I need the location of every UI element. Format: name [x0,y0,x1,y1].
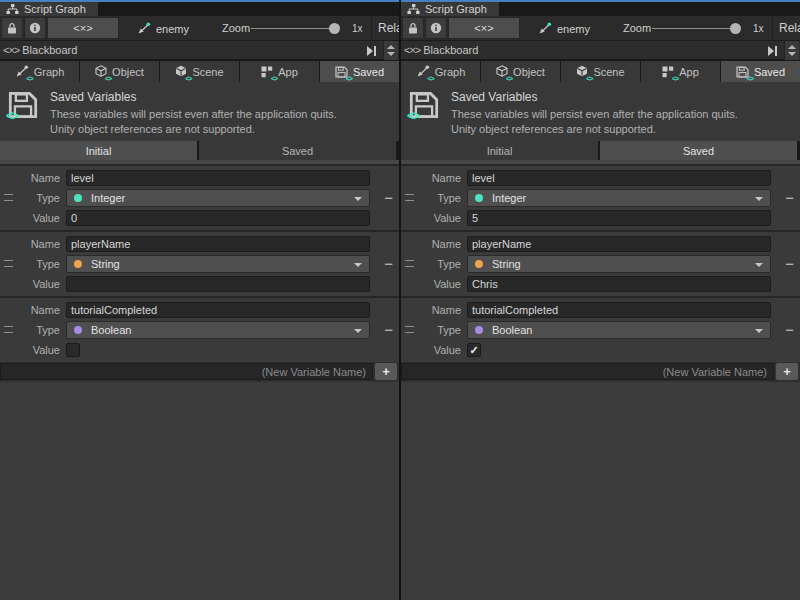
type-dropdown[interactable]: Boolean [467,321,771,339]
drag-handle-icon[interactable] [4,326,13,333]
tab-object[interactable]: <> Object [481,61,560,82]
tab-saved-values[interactable]: Saved [600,141,797,160]
type-dropdown[interactable]: Integer [66,189,370,207]
info-button[interactable] [24,17,46,39]
state-tabs: Initial Saved [0,141,399,160]
lock-button[interactable] [1,17,23,39]
remove-variable-button[interactable]: − [785,191,794,205]
object-cube-icon: <> [95,65,107,78]
value-checkbox[interactable]: ✓ [467,343,481,357]
new-variable-input[interactable] [0,363,373,380]
scroll-buttons[interactable] [784,41,799,60]
tab-scene[interactable]: <> Scene [561,61,640,82]
tab-app[interactable]: <> App [641,61,720,82]
type-dropdown[interactable]: Boolean [66,321,370,339]
tab-script-graph[interactable]: Script Graph [0,2,98,16]
graph-breadcrumb[interactable]: enemy [538,16,590,41]
section-title: Saved Variables [50,90,337,104]
remove-variable-button[interactable]: − [384,323,393,337]
remove-variable-button[interactable]: − [785,323,794,337]
type-color-dot [475,260,483,268]
add-variable-button[interactable]: + [776,363,798,380]
variable-name-input[interactable] [66,170,370,186]
graph-breadcrumb[interactable]: enemy [137,16,189,41]
tab-graph[interactable]: <> Graph [401,61,480,82]
relations-button[interactable]: Rela [378,16,399,41]
drag-handle-icon[interactable] [405,194,414,201]
window-tab-bar: Script Graph [0,2,399,16]
tab-script-graph[interactable]: Script Graph [401,2,499,16]
value-label: Value [419,344,461,356]
script-graph-window-left: Script Graph <×> enemy Zoom 1x Rela <×> … [0,0,399,600]
tab-initial[interactable]: Initial [0,141,197,160]
scroll-up-icon[interactable] [387,45,395,49]
tab-app[interactable]: <> App [240,61,319,82]
blackboard-toggle-button[interactable]: <×> [448,17,520,39]
zoom-slider-knob[interactable] [329,23,340,34]
variable-name-input[interactable] [467,236,771,252]
drag-handle-icon[interactable] [405,260,414,267]
scroll-down-icon[interactable] [788,52,796,56]
remove-variable-button[interactable]: − [384,257,393,271]
add-variable-row: + [401,362,800,382]
relations-button[interactable]: Rela [779,16,800,41]
variable-value-input[interactable] [66,210,370,226]
tab-scene[interactable]: <> Scene [160,61,239,82]
drag-handle-icon[interactable] [4,194,13,201]
value-checkbox[interactable] [66,343,80,357]
scroll-down-icon[interactable] [387,52,395,56]
panel-divider[interactable] [399,0,401,600]
tab-saved-values[interactable]: Saved [199,141,396,160]
drag-handle-icon[interactable] [4,260,13,267]
variables-list: − Name Type Integer Value − Name Type St… [0,164,399,362]
type-color-dot [74,194,82,202]
variable-value-input[interactable] [467,210,771,226]
zoom-slider-track[interactable] [251,28,338,29]
variable-name-input[interactable] [66,236,370,252]
dock-icon[interactable] [367,46,376,56]
variable-value-input[interactable] [467,276,771,292]
scroll-buttons[interactable] [383,41,398,60]
type-label: Type [419,258,461,270]
saved-floppy-icon: <> [335,66,348,78]
drag-handle-icon[interactable] [405,326,414,333]
tab-saved[interactable]: <> Saved [320,61,399,82]
variable-name-input[interactable] [467,302,771,318]
lock-button[interactable] [402,17,424,39]
tab-initial[interactable]: Initial [401,141,598,160]
remove-variable-button[interactable]: − [785,257,794,271]
value-label: Value [419,212,461,224]
remove-variable-button[interactable]: − [384,191,393,205]
zoom-slider-track[interactable] [652,28,739,29]
scroll-up-icon[interactable] [788,45,796,49]
type-color-dot [74,326,82,334]
dock-icon[interactable] [768,46,777,56]
tab-object[interactable]: <> Object [80,61,159,82]
blackboard-empty-area [0,382,399,600]
type-dropdown[interactable]: Integer [467,189,771,207]
type-color-dot [475,326,483,334]
type-dropdown[interactable]: String [467,255,771,273]
variable-name-input[interactable] [467,170,771,186]
variable-scope-tabs: <> Graph <> Object <> Scene <> App <> Sa… [0,60,399,82]
variable-name-input[interactable] [66,302,370,318]
type-dropdown[interactable]: String [66,255,370,273]
zoom-slider-knob[interactable] [730,23,741,34]
saved-variables-icon: <> [409,91,441,121]
zoom-value: 1x [753,16,764,41]
tab-graph[interactable]: <> Graph [0,61,79,82]
blackboard-toggle-button[interactable]: <×> [47,17,119,39]
section-description-line2: Unity object references are not supporte… [451,122,738,137]
script-graph-window-right: Script Graph <×> enemy Zoom 1x Rela <×> … [401,0,800,600]
tab-saved[interactable]: <> Saved [721,61,800,82]
value-label: Value [419,278,461,290]
new-variable-input[interactable] [401,363,774,380]
info-button[interactable] [425,17,447,39]
graph-icon: <> [15,65,29,78]
graph-toolbar: <×> enemy Zoom 1x Rela [401,16,800,41]
variable-value-input[interactable] [66,276,370,292]
name-label: Name [419,238,461,250]
app-icon: <> [662,66,674,78]
add-variable-button[interactable]: + [375,363,397,380]
value-label: Value [18,344,60,356]
